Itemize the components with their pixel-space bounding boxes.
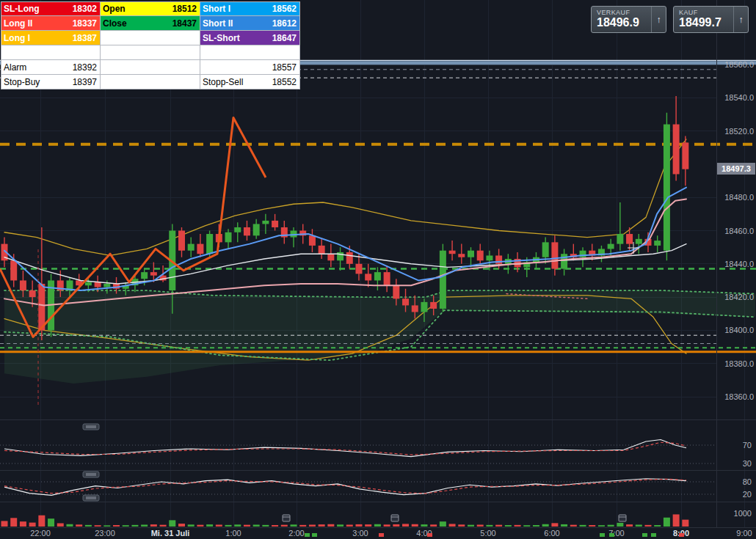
calendar-event-icon[interactable] <box>391 515 399 521</box>
buy-button[interactable]: KAUF 18499.7 ↑ <box>673 6 749 33</box>
volume-bar <box>654 525 661 527</box>
volume-bar <box>95 525 101 527</box>
candle-body <box>393 285 399 298</box>
level-cell-empty: 18557 <box>200 60 300 75</box>
candle-body <box>486 255 493 260</box>
volume-bar <box>393 524 399 527</box>
volume-bar <box>38 516 45 527</box>
level-label: Close <box>101 18 157 29</box>
candle-body <box>85 282 92 286</box>
volume-bar <box>66 524 73 527</box>
volume-bar <box>468 525 474 527</box>
event-marker <box>609 533 614 537</box>
level-value: 18557 <box>257 62 299 73</box>
pane-scale-label: 70 <box>743 441 752 450</box>
calendar-event-icon[interactable] <box>619 515 626 521</box>
candle-body <box>20 280 26 290</box>
candle-body <box>346 252 353 264</box>
level-value: 18512 <box>157 4 200 14</box>
level-cell-stopp-sell: Stopp-Sell18552 <box>200 75 300 89</box>
volume-bar <box>636 524 642 527</box>
candle-body <box>197 244 203 254</box>
volume-bar <box>533 525 539 527</box>
level-value: 18562 <box>257 4 299 14</box>
volume-bar <box>589 525 595 527</box>
time-axis-label: 22:00 <box>30 529 51 538</box>
pane-handle[interactable] <box>83 424 99 430</box>
time-axis-label: 5:00 <box>480 529 495 538</box>
price-axis-label: 18560.0 <box>724 60 754 69</box>
volume-bar <box>412 524 418 527</box>
candle-body <box>384 272 390 285</box>
candle-body <box>374 272 381 280</box>
candle-body <box>29 290 36 297</box>
volume-bar <box>281 525 288 527</box>
volume-bar <box>309 524 316 527</box>
volume-bar <box>319 524 325 527</box>
volume-bar <box>225 525 232 527</box>
volume-bar <box>10 518 17 527</box>
volume-bar <box>337 524 344 527</box>
time-axis-label: 6:00 <box>544 529 559 538</box>
volume-bar <box>486 525 493 527</box>
calendar-event-icon[interactable] <box>283 515 290 521</box>
level-label: Short I <box>200 4 257 14</box>
sell-price: 18496.9 <box>597 16 651 29</box>
level-label: Open <box>101 4 157 14</box>
level-cell-long-i: Long I18387 <box>1 31 101 45</box>
candle-body <box>664 125 670 251</box>
candle-body <box>95 282 101 287</box>
candle-body <box>244 227 250 235</box>
volume-bar <box>160 525 167 527</box>
candle-body <box>262 221 269 224</box>
volume-bar <box>551 523 558 527</box>
arrow-up-icon: ↑ <box>651 7 666 32</box>
volume-bar <box>346 524 353 527</box>
candle-body <box>225 232 232 243</box>
volume-bar <box>384 524 390 527</box>
pane-handle[interactable] <box>83 495 99 501</box>
volume-bar <box>477 524 484 527</box>
level-label: Alarm <box>1 62 58 73</box>
level-cell-empty <box>200 45 300 60</box>
candle-body <box>234 227 241 232</box>
volume-bar <box>234 524 241 527</box>
volume-bar <box>272 525 278 527</box>
level-label: Short II <box>200 18 257 29</box>
candle-body <box>477 251 484 261</box>
volume-bar <box>542 524 549 527</box>
level-label: Long II <box>1 18 58 29</box>
volume-bar <box>673 514 680 527</box>
levels-panel-row: Alarm1839218557 <box>1 60 300 75</box>
volume-bar <box>617 523 623 527</box>
volume-bar <box>440 521 446 527</box>
level-cell-alarm: Alarm18392 <box>1 60 101 75</box>
candle-body <box>449 251 456 254</box>
volume-bar <box>169 520 175 527</box>
volume-bar <box>664 518 670 527</box>
price-axis-label: 18420.0 <box>724 293 754 301</box>
buy-button-main: KAUF 18499.7 <box>674 7 733 32</box>
candle-body <box>188 244 195 251</box>
volume-bar <box>1 521 8 527</box>
sell-button[interactable]: VERKAUF 18496.9 ↑ <box>591 6 666 33</box>
levels-panel-row <box>1 45 300 60</box>
levels-panel-row: Stop-Buy18397Stopp-Sell18552 <box>1 75 300 89</box>
volume-bar <box>580 525 586 527</box>
volume-bar <box>523 525 530 527</box>
candle-body <box>561 254 567 268</box>
pane-scale-label: 30 <box>743 459 752 468</box>
event-marker <box>305 533 310 537</box>
candle-body <box>253 224 260 235</box>
volume-bar <box>299 525 306 527</box>
level-value: 18552 <box>257 77 299 87</box>
price-axis-label: 18480.0 <box>724 193 754 202</box>
volume-bar <box>150 524 157 527</box>
volume-bar <box>608 525 614 527</box>
arrow-up-icon: ↑ <box>733 7 748 32</box>
candle-body <box>682 142 688 169</box>
time-axis-label: 2:00 <box>288 529 304 538</box>
pane-handle[interactable] <box>83 472 99 477</box>
price-axis-label: 18440.0 <box>724 260 754 268</box>
volume-bar <box>644 525 651 527</box>
